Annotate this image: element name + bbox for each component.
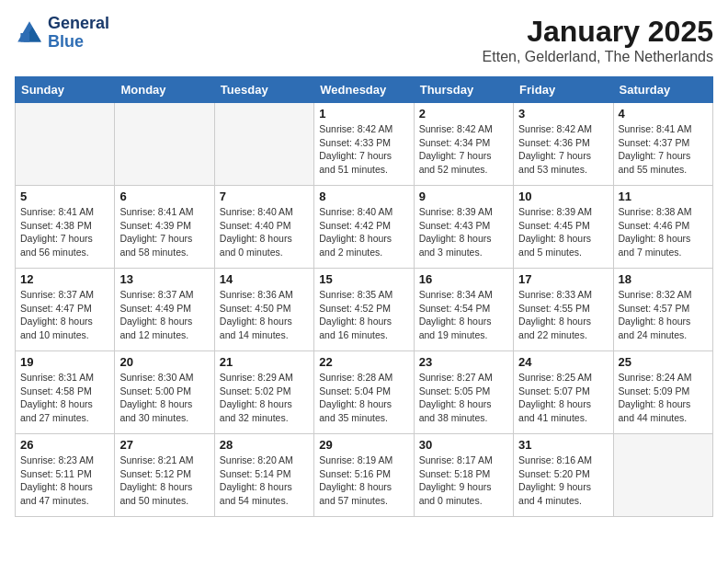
day-cell-25: 25Sunrise: 8:24 AM Sunset: 5:09 PM Dayli… (613, 351, 712, 434)
page-header: General Blue January 2025 Etten, Gelderl… (15, 15, 713, 65)
day-cell-28: 28Sunrise: 8:20 AM Sunset: 5:14 PM Dayli… (214, 434, 313, 517)
empty-cell (16, 103, 115, 186)
cell-info-text: Sunrise: 8:41 AM Sunset: 4:37 PM Dayligh… (619, 122, 708, 177)
day-cell-2: 2Sunrise: 8:42 AM Sunset: 4:34 PM Daylig… (414, 103, 513, 186)
day-cell-3: 3Sunrise: 8:42 AM Sunset: 4:36 PM Daylig… (514, 103, 613, 186)
cell-date-number: 6 (119, 190, 209, 203)
cell-date-number: 11 (619, 190, 708, 203)
cell-info-text: Sunrise: 8:42 AM Sunset: 4:33 PM Dayligh… (319, 122, 408, 177)
week-row-5: 26Sunrise: 8:23 AM Sunset: 5:11 PM Dayli… (16, 434, 713, 517)
day-cell-5: 5Sunrise: 8:41 AM Sunset: 4:38 PM Daylig… (16, 186, 115, 269)
empty-cell (115, 103, 214, 186)
title-section: January 2025 Etten, Gelderland, The Neth… (483, 15, 713, 65)
logo-text-line2: Blue (48, 33, 109, 52)
cell-date-number: 20 (119, 355, 209, 369)
cell-info-text: Sunrise: 8:36 AM Sunset: 4:50 PM Dayligh… (220, 288, 309, 342)
cell-date-number: 26 (20, 438, 109, 452)
cell-info-text: Sunrise: 8:21 AM Sunset: 5:12 PM Dayligh… (119, 454, 209, 508)
cell-date-number: 5 (20, 190, 109, 203)
cell-date-number: 12 (20, 272, 109, 286)
cell-info-text: Sunrise: 8:34 AM Sunset: 4:54 PM Dayligh… (419, 288, 508, 342)
day-cell-8: 8Sunrise: 8:40 AM Sunset: 4:42 PM Daylig… (314, 186, 414, 269)
logo-icon (15, 18, 44, 48)
header-row: SundayMondayTuesdayWednesdayThursdayFrid… (16, 77, 713, 103)
week-row-2: 5Sunrise: 8:41 AM Sunset: 4:38 PM Daylig… (16, 186, 713, 269)
cell-info-text: Sunrise: 8:37 AM Sunset: 4:47 PM Dayligh… (20, 288, 109, 342)
day-header-tuesday: Tuesday (214, 77, 313, 103)
day-cell-26: 26Sunrise: 8:23 AM Sunset: 5:11 PM Dayli… (16, 434, 115, 517)
cell-date-number: 9 (419, 190, 508, 203)
cell-info-text: Sunrise: 8:23 AM Sunset: 5:11 PM Dayligh… (20, 454, 109, 508)
cell-info-text: Sunrise: 8:20 AM Sunset: 5:14 PM Dayligh… (220, 454, 309, 508)
day-cell-20: 20Sunrise: 8:30 AM Sunset: 5:00 PM Dayli… (115, 351, 214, 434)
cell-info-text: Sunrise: 8:19 AM Sunset: 5:16 PM Dayligh… (319, 454, 408, 508)
cell-info-text: Sunrise: 8:24 AM Sunset: 5:09 PM Dayligh… (619, 371, 708, 425)
cell-info-text: Sunrise: 8:35 AM Sunset: 4:52 PM Dayligh… (319, 288, 408, 342)
cell-date-number: 30 (419, 438, 508, 452)
week-row-1: 1Sunrise: 8:42 AM Sunset: 4:33 PM Daylig… (16, 103, 713, 186)
day-cell-17: 17Sunrise: 8:33 AM Sunset: 4:55 PM Dayli… (514, 269, 613, 351)
day-cell-14: 14Sunrise: 8:36 AM Sunset: 4:50 PM Dayli… (214, 269, 313, 351)
cell-info-text: Sunrise: 8:29 AM Sunset: 5:02 PM Dayligh… (220, 371, 309, 425)
day-cell-23: 23Sunrise: 8:27 AM Sunset: 5:05 PM Dayli… (414, 351, 513, 434)
day-header-thursday: Thursday (414, 77, 513, 103)
cell-info-text: Sunrise: 8:39 AM Sunset: 4:45 PM Dayligh… (518, 205, 608, 259)
day-cell-22: 22Sunrise: 8:28 AM Sunset: 5:04 PM Dayli… (314, 351, 414, 434)
svg-rect-2 (20, 33, 29, 42)
cell-date-number: 23 (419, 355, 508, 369)
cell-date-number: 17 (518, 272, 608, 286)
week-row-4: 19Sunrise: 8:31 AM Sunset: 4:58 PM Dayli… (16, 351, 713, 434)
day-header-friday: Friday (514, 77, 613, 103)
cell-info-text: Sunrise: 8:42 AM Sunset: 4:34 PM Dayligh… (419, 122, 508, 177)
cell-info-text: Sunrise: 8:41 AM Sunset: 4:39 PM Dayligh… (119, 205, 209, 259)
day-cell-11: 11Sunrise: 8:38 AM Sunset: 4:46 PM Dayli… (613, 186, 712, 269)
day-cell-4: 4Sunrise: 8:41 AM Sunset: 4:37 PM Daylig… (613, 103, 712, 186)
cell-info-text: Sunrise: 8:25 AM Sunset: 5:07 PM Dayligh… (518, 371, 608, 425)
cell-date-number: 10 (518, 190, 608, 203)
cell-date-number: 8 (319, 190, 408, 203)
day-cell-18: 18Sunrise: 8:32 AM Sunset: 4:57 PM Dayli… (613, 269, 712, 351)
day-cell-1: 1Sunrise: 8:42 AM Sunset: 4:33 PM Daylig… (314, 103, 414, 186)
day-cell-6: 6Sunrise: 8:41 AM Sunset: 4:39 PM Daylig… (115, 186, 214, 269)
day-cell-13: 13Sunrise: 8:37 AM Sunset: 4:49 PM Dayli… (115, 269, 214, 351)
cell-date-number: 19 (20, 355, 109, 369)
cell-date-number: 22 (319, 355, 408, 369)
cell-info-text: Sunrise: 8:40 AM Sunset: 4:40 PM Dayligh… (220, 205, 309, 259)
cell-date-number: 15 (319, 272, 408, 286)
calendar-title: January 2025 (483, 15, 713, 49)
day-cell-7: 7Sunrise: 8:40 AM Sunset: 4:40 PM Daylig… (214, 186, 313, 269)
day-header-wednesday: Wednesday (314, 77, 414, 103)
logo: General Blue (15, 15, 109, 52)
cell-info-text: Sunrise: 8:38 AM Sunset: 4:46 PM Dayligh… (619, 205, 708, 259)
cell-info-text: Sunrise: 8:28 AM Sunset: 5:04 PM Dayligh… (319, 371, 408, 425)
cell-info-text: Sunrise: 8:39 AM Sunset: 4:43 PM Dayligh… (419, 205, 508, 259)
cell-date-number: 29 (319, 438, 408, 452)
day-header-monday: Monday (115, 77, 214, 103)
cell-info-text: Sunrise: 8:41 AM Sunset: 4:38 PM Dayligh… (20, 205, 109, 259)
day-cell-24: 24Sunrise: 8:25 AM Sunset: 5:07 PM Dayli… (514, 351, 613, 434)
day-header-sunday: Sunday (16, 77, 115, 103)
cell-info-text: Sunrise: 8:16 AM Sunset: 5:20 PM Dayligh… (518, 454, 608, 508)
day-cell-10: 10Sunrise: 8:39 AM Sunset: 4:45 PM Dayli… (514, 186, 613, 269)
cell-date-number: 21 (220, 355, 309, 369)
cell-info-text: Sunrise: 8:27 AM Sunset: 5:05 PM Dayligh… (419, 371, 508, 425)
logo-text-line1: General (48, 15, 109, 33)
cell-date-number: 4 (619, 107, 708, 121)
day-cell-15: 15Sunrise: 8:35 AM Sunset: 4:52 PM Dayli… (314, 269, 414, 351)
cell-info-text: Sunrise: 8:33 AM Sunset: 4:55 PM Dayligh… (518, 288, 608, 342)
day-cell-30: 30Sunrise: 8:17 AM Sunset: 5:18 PM Dayli… (414, 434, 513, 517)
cell-date-number: 16 (419, 272, 508, 286)
cell-date-number: 14 (220, 272, 309, 286)
day-header-saturday: Saturday (613, 77, 712, 103)
cell-date-number: 24 (518, 355, 608, 369)
empty-cell (214, 103, 313, 186)
cell-date-number: 13 (119, 272, 209, 286)
calendar-subtitle: Etten, Gelderland, The Netherlands (483, 49, 713, 65)
day-cell-27: 27Sunrise: 8:21 AM Sunset: 5:12 PM Dayli… (115, 434, 214, 517)
day-cell-9: 9Sunrise: 8:39 AM Sunset: 4:43 PM Daylig… (414, 186, 513, 269)
week-row-3: 12Sunrise: 8:37 AM Sunset: 4:47 PM Dayli… (16, 269, 713, 351)
cell-date-number: 28 (220, 438, 309, 452)
cell-date-number: 2 (419, 107, 508, 121)
cell-info-text: Sunrise: 8:30 AM Sunset: 5:00 PM Dayligh… (119, 371, 209, 425)
day-cell-21: 21Sunrise: 8:29 AM Sunset: 5:02 PM Dayli… (214, 351, 313, 434)
